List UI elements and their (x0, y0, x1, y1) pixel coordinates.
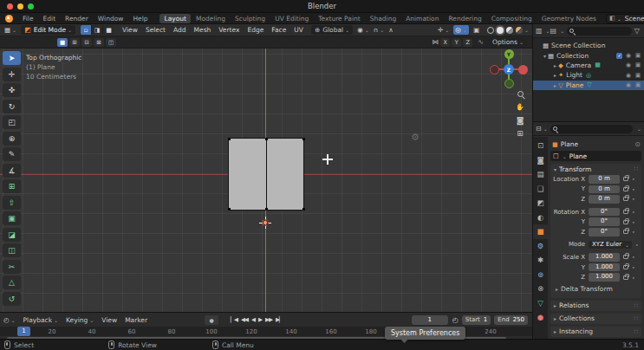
outliner-item-label[interactable]: Scene Collection (551, 42, 605, 49)
workspace-tab[interactable]: Geometry Nodes (537, 14, 601, 23)
tool-button[interactable]: ➤ (3, 51, 21, 65)
animate-dot-icon[interactable]: • (635, 242, 639, 248)
transport-button[interactable]: ◀ (251, 316, 255, 323)
lock-icon[interactable] (623, 187, 628, 191)
hide-eye-icon[interactable]: ◉ (625, 81, 632, 88)
transport-button[interactable]: ▶▶ (265, 316, 272, 323)
orientation-dropdown[interactable]: ⊕ Global (311, 25, 353, 35)
tool-button[interactable]: ✛ (3, 68, 21, 81)
outliner-row[interactable]: ▾ ▦ Collection ◉ ▣ (533, 50, 644, 60)
properties-tab[interactable]: ▤ (533, 167, 548, 182)
transform-value-field[interactable]: XYZ Euler (589, 241, 632, 250)
pan-button[interactable]: ✋ (513, 100, 527, 113)
viewport-menu-item[interactable]: Edge (247, 26, 263, 34)
mirror-axis-button[interactable]: Z (463, 38, 472, 47)
current-frame-field[interactable]: 1 (412, 315, 448, 325)
transport-button[interactable]: ◀◀ (241, 316, 248, 323)
viewport-menu-item[interactable]: Vertex (218, 26, 239, 34)
editor-type-button[interactable]: ▦ (4, 26, 16, 34)
menubar-item[interactable]: Help (133, 15, 147, 23)
material-shading-icon[interactable] (506, 27, 513, 34)
xray-toggle[interactable]: ▣ (473, 26, 479, 34)
face-select-button[interactable]: ■ (103, 25, 114, 35)
properties-tab[interactable]: ◙ (533, 153, 548, 168)
mirror-axis-button[interactable]: X (440, 38, 450, 47)
properties-tab[interactable]: ⊡ (533, 139, 548, 153)
tool-button[interactable]: ◫ (3, 243, 21, 257)
outliner-row[interactable]: ▸ ✦ Light ◎ ◉ ▣ (533, 70, 644, 80)
viewport-menu-item[interactable]: Add (173, 26, 186, 34)
tool-button[interactable]: ⊕ (3, 132, 21, 146)
animate-dot-icon[interactable]: • (632, 196, 635, 202)
properties-tab[interactable]: ◩ (533, 196, 548, 211)
delta-transform-row[interactable]: ▸ Delta Transform (550, 284, 641, 295)
outliner-row[interactable]: ▸ ▽ Plane ▽ ◉ ▣ (533, 81, 644, 90)
snap-button[interactable]: ∩ (374, 26, 385, 34)
vertex[interactable] (265, 138, 268, 140)
hide-eye-icon[interactable]: ◉ (625, 62, 632, 68)
lock-icon[interactable] (623, 265, 628, 269)
viewport-menu-item[interactable]: Mesh (194, 26, 211, 34)
start-frame-field[interactable]: Start 1 (462, 315, 491, 325)
collapsed-panel[interactable]: ▸ Relations ∷ (550, 301, 641, 311)
select-option-button[interactable]: ⊟ (81, 38, 92, 47)
end-frame-field[interactable]: End 250 (494, 315, 528, 325)
animate-dot-icon[interactable]: • (632, 264, 635, 270)
animate-dot-icon[interactable]: • (632, 186, 635, 192)
filter-funnel-icon[interactable]: ▽ (634, 27, 640, 35)
pivot-point-button[interactable]: ◉ (357, 26, 369, 34)
menubar-item[interactable]: Render (65, 15, 88, 23)
mirror-axis-button[interactable]: Y (452, 38, 461, 47)
tool-button[interactable]: ∡ (3, 164, 21, 178)
vertex[interactable] (265, 208, 268, 211)
autokey-clock-icon[interactable]: ◴ (452, 316, 459, 324)
outliner-item-label[interactable]: Collection (556, 52, 589, 60)
properties-options-icon[interactable] (635, 125, 641, 133)
transform-value-field[interactable]: 1.000 (589, 263, 620, 272)
vertex[interactable] (302, 138, 305, 140)
overlays-toggle[interactable]: ◎ (453, 25, 469, 35)
zoom-button[interactable] (513, 88, 527, 100)
timeline-menu-item[interactable]: Keying (66, 316, 94, 324)
outliner-search-input[interactable] (567, 27, 632, 36)
hide-eye-icon[interactable]: ◉ (625, 52, 632, 59)
menubar-item[interactable]: Edit (43, 15, 56, 23)
lock-icon[interactable] (623, 255, 628, 259)
disable-render-camera-icon[interactable]: ▣ (634, 52, 641, 59)
transport-button[interactable]: ▏◀ (231, 316, 237, 323)
transform-value-field[interactable]: 0 m (589, 175, 620, 184)
scene-selector[interactable]: ◧ Scene ❐ × (606, 14, 644, 23)
vertex-select-button[interactable]: ▫ (81, 25, 92, 35)
properties-tab[interactable]: ⊚ (533, 268, 548, 282)
animate-dot-icon[interactable]: • (632, 229, 635, 235)
transform-value-field[interactable]: 1.000 (589, 253, 620, 262)
disable-render-camera-icon[interactable]: ▣ (634, 81, 641, 88)
workspace-tab[interactable]: Sculpting (231, 14, 270, 23)
disclosure-icon[interactable]: ▾ (542, 53, 548, 59)
select-option-button[interactable]: ◫ (106, 38, 116, 47)
animate-dot-icon[interactable]: • (632, 176, 635, 182)
properties-tab[interactable]: ⚙ (533, 239, 548, 254)
light-object[interactable]: ⚙ (411, 132, 420, 143)
properties-tab[interactable]: ▽ (533, 296, 548, 311)
timeline-editor-button[interactable]: ◴ (3, 316, 16, 324)
camera-view-button[interactable]: ◙ (513, 113, 527, 126)
outliner-row[interactable]: ▸ ◆ Camera ▦ ◉ ▣ (533, 61, 644, 70)
transform-value-field[interactable]: 0 m (589, 195, 620, 204)
lock-icon[interactable] (623, 210, 628, 214)
properties-tab[interactable]: ● (533, 310, 548, 325)
blender-logo-icon[interactable] (5, 15, 13, 23)
breadcrumb-object-name[interactable]: Plane (561, 140, 579, 148)
workspace-tab[interactable]: Compositing (487, 14, 537, 23)
options-dropdown[interactable]: Options (489, 37, 527, 47)
tool-button[interactable]: ⇧ (3, 196, 21, 210)
gizmo-y-negative[interactable] (504, 79, 514, 88)
gizmos-toggle[interactable]: ✛ (438, 26, 449, 34)
tool-button[interactable]: ⊞ (3, 179, 21, 193)
animate-dot-icon[interactable]: • (632, 219, 635, 225)
plane-mesh-object[interactable] (228, 138, 304, 211)
tool-button[interactable]: ✂ (3, 260, 21, 274)
viewport-menu-item[interactable]: Select (146, 26, 166, 34)
viewport-canvas[interactable]: Top Orthographic (1) Plane 10 Centimeter… (0, 49, 532, 312)
lock-icon[interactable] (623, 220, 628, 224)
